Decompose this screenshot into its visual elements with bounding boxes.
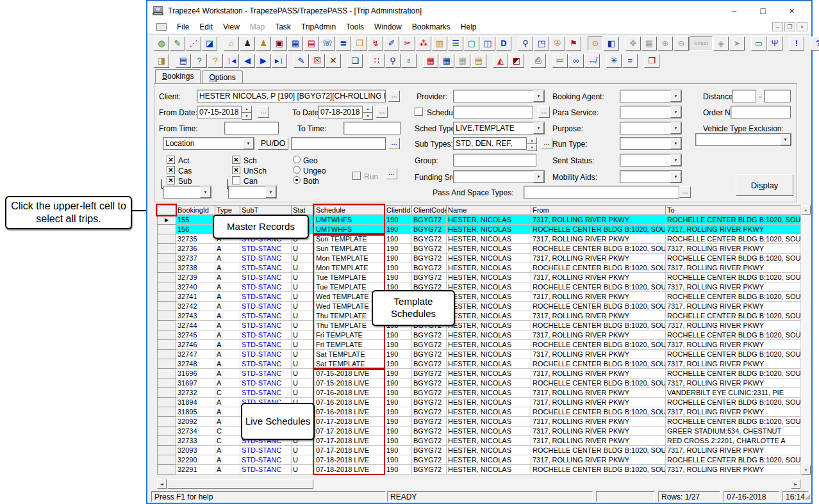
cell-bookingid[interactable]: 32742 [176,302,215,311]
pushpin-icon[interactable]: ⊙ [588,37,603,51]
edit-trip-icon[interactable]: ✎ [294,54,309,68]
cell-schedule[interactable]: Tue TEMPLATE [315,273,385,282]
cell-clientid[interactable]: 190 [385,340,412,350]
edit-world-icon[interactable]: ✎ [170,37,185,51]
cell-name[interactable]: HESTER, NICOLAS [447,282,531,292]
cell-subtype[interactable]: STD-STANC [240,282,292,292]
cell-type[interactable]: A [215,455,240,465]
cancel-trip-icon[interactable]: ✕ [326,54,341,68]
last-record-icon[interactable]: ▶❘ [272,54,287,68]
cell-from[interactable]: ROCHELLE CENTER BLDG B:1020, SOUTHSIDE C [531,407,666,417]
cell-from[interactable]: 7317, ROLLING RIVER PKWY [531,330,666,340]
schedule-field[interactable] [453,106,533,118]
vehicle-flag-icon[interactable]: ⚑ [566,37,581,51]
cell-to[interactable]: 7317, ROLLING RIVER PKWY [666,263,801,273]
cell-to[interactable]: 7317, ROLLING RIVER PKWY [666,446,801,455]
cell-stat[interactable]: U [292,321,315,330]
grid-header-cell[interactable] [158,206,176,215]
cell-bookingid[interactable]: 32092 [176,417,215,427]
chevron-down-icon[interactable]: ▼ [670,138,681,149]
chevron-down-icon[interactable]: ▼ [200,186,211,198]
cell-bookingid[interactable]: 32740 [176,282,215,292]
cell-clientid[interactable]: 190 [385,398,412,407]
cell-from[interactable]: 7317, ROLLING RIVER PKWY [531,254,666,263]
cell-schedule[interactable]: 07-15-2018 LIVE [315,369,385,378]
cell-stat[interactable]: U [292,311,315,321]
tools-icon[interactable]: ✳ [606,54,622,68]
run-type-select[interactable]: ▼ [620,137,682,150]
car-question-icon[interactable]: ? [192,54,207,68]
sub-checkbox[interactable]: ✕ [167,176,175,184]
group-field[interactable] [453,154,536,167]
data-d-icon[interactable]: D [496,37,511,51]
can-filter-select[interactable]: ▼ [228,186,277,199]
both-radio[interactable] [293,176,301,184]
cell-schedule[interactable]: UMTWHFS [315,225,385,234]
cell-clientcode[interactable]: BGYG72 [412,263,447,273]
chevron-down-icon[interactable]: ▼ [265,186,276,198]
pudo-button[interactable]: PU/DO [258,137,288,150]
cell-name[interactable]: HESTER, NICOLAS [447,378,531,388]
scroll-left-icon[interactable]: ◀ [157,479,167,489]
pointer-icon[interactable]: ➤ [729,37,745,51]
first-record-icon[interactable]: ❘◀ [224,54,239,68]
cell-subtype[interactable]: STD-STANC [240,465,292,475]
cell-type[interactable]: A [215,359,240,369]
cell-from[interactable]: 7317, ROLLING RIVER PKWY [531,215,666,225]
cell-name[interactable]: HESTER, NICOLAS [447,359,531,369]
cell-bookingid[interactable]: 32747 [176,350,215,359]
cell-bookingid[interactable]: 32732 [176,388,215,398]
menu-item[interactable]: TripAdmin [296,21,341,33]
cell-from[interactable]: 7317, ROLLING RIVER PKWY [531,427,666,436]
cell-clientid[interactable]: 190 [385,263,412,273]
grid-header-cell[interactable]: SubT [240,206,292,215]
cell-to[interactable]: 7317, ROLLING RIVER PKWY [666,225,801,234]
cell-bookingid[interactable]: 155 [176,215,215,225]
cell-stat[interactable]: U [292,455,315,465]
capacity-cut-icon[interactable]: ✂ [400,37,415,51]
new-trip-icon[interactable]: ❏ [347,54,363,68]
cell-type[interactable]: A [215,417,240,427]
cell-from[interactable]: 7317, ROLLING RIVER PKWY [531,388,666,398]
cell-stat[interactable]: U [292,369,315,378]
cell-schedule[interactable]: 07-16-2018 LIVE [315,398,385,407]
cell-from[interactable]: ROCHELLE CENTER BLDG B:1020, SOUTHSIDE C [531,378,666,388]
cell-bookingid[interactable]: 32741 [176,292,215,302]
cell-stat[interactable]: U [292,244,315,254]
schedule-browse-button[interactable]: ... [538,106,550,118]
menu-item[interactable]: File [172,21,194,33]
cell-name[interactable]: HESTER, NICOLAS [447,263,531,273]
map-tilt-icon[interactable]: ◈ [713,37,729,51]
cell-type[interactable]: A [215,465,240,475]
pass-space-browse-button[interactable]: ... [679,186,691,198]
menu-item[interactable]: Bookmarks [407,21,456,33]
cell-name[interactable]: HESTER, NICOLAS [447,398,531,407]
row-selector-cell[interactable] [158,455,176,465]
cell-from[interactable]: 7317, ROLLING RIVER PKWY [531,234,666,244]
cell-to[interactable]: ROCHELLE CENTER BLDG B:1020, SOUTHSIDE C [666,292,801,302]
cell-bookingid[interactable]: 31696 [176,369,215,378]
from-date-browse-button[interactable]: ... [258,106,269,118]
chevron-down-icon[interactable]: ▼ [533,90,544,102]
scroll-down-icon[interactable]: ▼ [801,465,811,475]
bus-roster-icon[interactable]: ☰ [448,37,463,51]
cell-name[interactable]: HESTER, NICOLAS [447,427,531,436]
cell-type[interactable]: A [215,340,240,350]
to-date-browse-button[interactable]: ... [376,106,388,118]
cell-type[interactable]: A [215,446,240,455]
cell-clientcode[interactable]: BGYG72 [412,417,447,427]
provider-select[interactable]: ▼ [453,90,545,102]
cell-clientcode[interactable]: BGYG72 [412,369,447,378]
scrollbar-thumb[interactable] [167,479,313,489]
cell-type[interactable]: A [215,254,240,263]
cell-subtype[interactable]: STD-STANC [240,302,292,311]
from-time-field[interactable] [224,122,279,134]
cell-from[interactable]: ROCHELLE CENTER BLDG B:1020, SOUTHSIDE C [531,321,666,330]
distance-from-field[interactable] [732,90,756,102]
row-selector-cell[interactable] [158,292,176,302]
chevron-down-icon[interactable]: ▼ [243,138,254,149]
vehicle-type-exclusion-select[interactable]: ▼ [695,133,791,146]
cell-from[interactable]: 7317, ROLLING RIVER PKWY [531,311,666,321]
cell-stat[interactable]: U [292,263,315,273]
chevron-down-icon[interactable]: ▼ [533,171,544,183]
